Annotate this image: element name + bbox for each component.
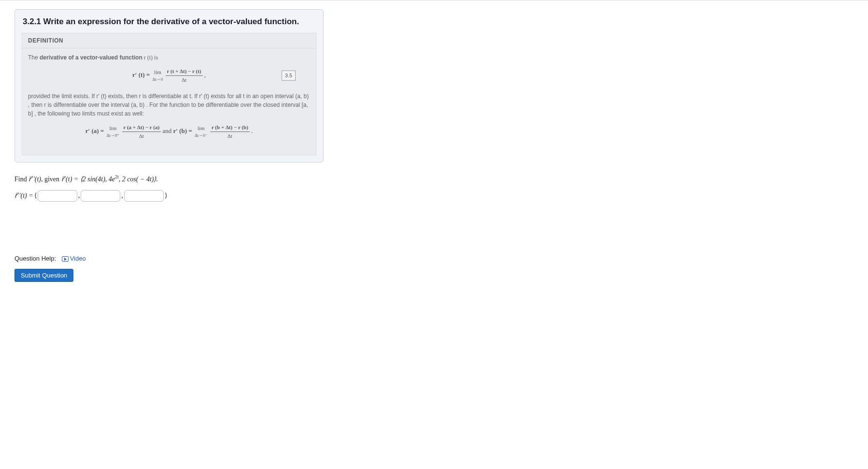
frac-num: r (t + Δt) − r (t) [166, 67, 203, 76]
frac-num: r (a + Δt) − r (a) [122, 123, 161, 132]
answer-input-1[interactable] [38, 190, 77, 202]
eq-tail: . [251, 127, 253, 134]
limit: lim Δt→0 [153, 68, 163, 83]
frac-den: Δt [210, 132, 250, 140]
definition-paragraph: provided the limit exists. If r′ (t) exi… [28, 92, 310, 118]
text: r (t) is [142, 54, 158, 61]
equation-endpoints: r′ (a) = lim Δt→0⁺ r (a + Δt) − r (a) Δt… [28, 122, 310, 141]
video-link[interactable]: Video [62, 255, 86, 262]
submit-button[interactable]: Submit Question [14, 269, 73, 282]
question-area: Find r⃗ ′(t), given r⃗ (t) = ⟨2 sin(4t),… [14, 174, 324, 282]
fraction: r (a + Δt) − r (a) Δt [122, 123, 161, 140]
comma: , [78, 192, 80, 200]
answer-input-2[interactable] [81, 190, 120, 202]
eq-lhs: r′ (t) = [132, 71, 152, 78]
video-icon [62, 256, 69, 262]
definition-body: The derivative of a vector-valued functi… [22, 48, 316, 155]
math-sup: 2t [115, 174, 119, 179]
limit: lim Δt→0⁻ [195, 124, 208, 139]
topic-title: 3.2.1 Write an expression for the deriva… [23, 16, 315, 27]
help-label: Question Help: [14, 255, 56, 262]
lim-top: lim [153, 68, 163, 76]
eq-join: and [162, 127, 173, 134]
text: The [28, 54, 40, 61]
definition-box: DEFINITION The derivative of a vector-va… [22, 33, 316, 155]
lim-bot: Δt→0⁻ [195, 132, 208, 139]
video-link-text: Video [70, 255, 86, 262]
text: , given [41, 176, 61, 183]
answer-label: r⃗ ′(t) = [14, 191, 33, 200]
frac-den: Δt [122, 132, 161, 140]
lim-top: lim [195, 124, 208, 132]
eq-comma: , [204, 71, 206, 78]
answer-row: r⃗ ′(t) = ⟨ , , ⟩ [14, 190, 324, 202]
eq-lhs: r′ (b) = [173, 127, 193, 134]
math: r⃗ (t) = ⟨2 sin(4t), 4e [61, 176, 115, 183]
answer-input-3[interactable] [124, 190, 164, 202]
equation-tag: 3.5 [282, 71, 296, 81]
eq-lhs: r′ (a) = [85, 127, 106, 134]
help-row: Question Help: Video [14, 255, 324, 262]
lim-bot: Δt→0⁺ [106, 132, 119, 139]
lim-bot: Δt→0 [153, 76, 163, 83]
comma: , [121, 192, 123, 200]
math: , 2 cos( − 4t)⟩. [119, 176, 158, 183]
math: r⃗ ′(t) [28, 176, 41, 183]
topic-card: 3.2.1 Write an expression for the deriva… [14, 9, 324, 162]
fraction: r (t + Δt) − r (t) Δt [166, 67, 203, 84]
fraction: r (b + Δt) − r (b) Δt [210, 123, 250, 140]
frac-num: r (b + Δt) − r (b) [210, 123, 250, 132]
definition-intro: The derivative of a vector-valued functi… [28, 53, 310, 62]
bracket-close: ⟩ [165, 191, 167, 200]
text: Find [14, 176, 28, 183]
definition-header: DEFINITION [22, 33, 316, 48]
frac-den: Δt [166, 76, 203, 84]
lim-top: lim [106, 124, 119, 132]
text-bold: derivative of a vector-valued function [40, 54, 142, 61]
equation-main: r′ (t) = lim Δt→0 r (t + Δt) − r (t) Δt … [28, 66, 310, 85]
question-prompt: Find r⃗ ′(t), given r⃗ (t) = ⟨2 sin(4t),… [14, 174, 324, 183]
limit: lim Δt→0⁺ [106, 124, 119, 139]
bracket-open: ⟨ [34, 191, 37, 200]
